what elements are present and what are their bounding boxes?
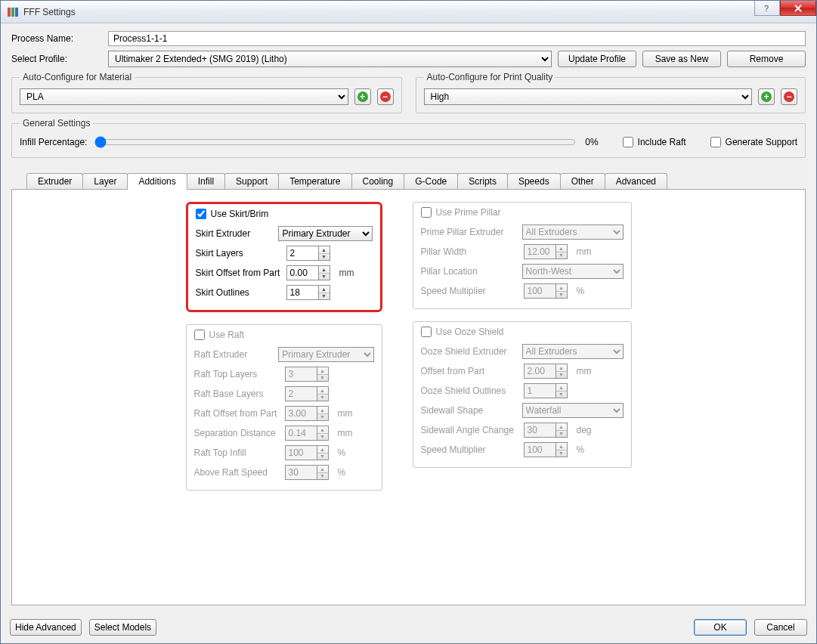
raft-separation-input[interactable] <box>285 426 317 441</box>
autoconf-material-legend: Auto-Configure for Material <box>20 72 135 82</box>
use-ooze-shield-option[interactable]: Use Ooze Shield <box>421 327 624 337</box>
tab-scripts[interactable]: Scripts <box>457 173 508 189</box>
skirt-outlines-stepper[interactable]: ▲▼ <box>318 285 330 300</box>
raft-extruder-select[interactable]: Primary Extruder <box>278 347 373 362</box>
tab-g-code[interactable]: G-Code <box>404 173 458 189</box>
ooze-outlines-input[interactable] <box>524 383 555 398</box>
generate-support-check[interactable] <box>710 137 721 147</box>
ooze-offset-input[interactable] <box>524 364 555 379</box>
quality-add-button[interactable]: + <box>758 88 775 105</box>
dialog-content: Process Name: Select Profile: Ultimaker … <box>1 23 816 613</box>
skirt-offset-stepper[interactable]: ▲▼ <box>318 265 330 280</box>
select-models-button[interactable]: Select Models <box>89 619 156 636</box>
use-ooze-shield-check[interactable] <box>421 327 432 337</box>
material-select[interactable]: PLA <box>20 88 348 105</box>
tab-advanced[interactable]: Advanced <box>605 173 667 189</box>
material-remove-button[interactable]: − <box>377 88 394 105</box>
general-settings-legend: General Settings <box>20 118 93 128</box>
skirt-extruder-label: Skirt Extruder <box>196 228 273 239</box>
app-icon <box>7 6 19 18</box>
autoconf-quality-legend: Auto-Configure for Print Quality <box>424 72 556 82</box>
svg-rect-0 <box>8 8 11 17</box>
update-profile-button[interactable]: Update Profile <box>558 51 636 67</box>
use-skirt-brim-check[interactable] <box>196 209 206 219</box>
raft-group: Use Raft Raft Extruder Primary Extruder … <box>186 324 382 491</box>
prime-pillar-extruder-select[interactable]: All Extruders <box>522 224 624 240</box>
skirt-outlines-input[interactable] <box>286 285 318 300</box>
include-raft-check[interactable] <box>623 137 633 147</box>
help-button[interactable]: ? <box>754 1 780 16</box>
ooze-extruder-select[interactable]: All Extruders <box>522 344 624 359</box>
svg-rect-1 <box>11 8 14 17</box>
raft-base-layers-input[interactable] <box>285 386 317 401</box>
svg-rect-2 <box>15 8 18 17</box>
pillar-location-select[interactable]: North-West <box>522 264 624 279</box>
generate-support-option[interactable]: Generate Support <box>710 137 797 147</box>
svg-text:?: ? <box>764 4 769 13</box>
skirt-layers-input[interactable] <box>286 246 318 261</box>
raft-offset-input[interactable] <box>285 406 317 421</box>
quality-remove-button[interactable]: − <box>781 88 797 105</box>
use-prime-pillar-option[interactable]: Use Prime Pillar <box>421 207 624 218</box>
skirt-offset-label: Skirt Offset from Part <box>196 268 280 278</box>
raft-above-speed-input[interactable] <box>285 465 317 480</box>
raft-top-layers-input[interactable] <box>285 367 317 382</box>
ooze-speed-input[interactable] <box>524 442 555 457</box>
autoconf-quality-group: Auto-Configure for Print Quality High + … <box>416 72 806 113</box>
remove-profile-button[interactable]: Remove <box>727 51 806 67</box>
ok-button[interactable]: OK <box>694 619 747 636</box>
select-profile-label: Select Profile: <box>11 54 102 64</box>
autoconf-material-group: Auto-Configure for Material PLA + − <box>11 72 402 113</box>
tab-other[interactable]: Other <box>560 173 605 189</box>
skirt-extruder-select[interactable]: Primary Extruder <box>278 226 372 241</box>
use-raft-check[interactable] <box>194 330 205 340</box>
close-button[interactable] <box>780 1 816 16</box>
process-name-input[interactable] <box>108 31 806 46</box>
tab-additions[interactable]: Additions <box>127 173 187 190</box>
tab-cooling[interactable]: Cooling <box>351 173 405 189</box>
material-add-button[interactable]: + <box>354 88 371 105</box>
infill-slider[interactable] <box>94 136 576 148</box>
titlebar: FFF Settings ? <box>1 1 816 23</box>
tab-layer[interactable]: Layer <box>82 173 128 189</box>
use-prime-pillar-check[interactable] <box>421 207 432 218</box>
window-title: FFF Settings <box>23 7 754 17</box>
profile-select[interactable]: Ultimaker 2 Extended+ (SMG 2019) (Litho) <box>108 51 552 67</box>
skirt-layers-stepper[interactable]: ▲▼ <box>318 246 330 261</box>
additions-tab-panel: Use Skirt/Brim Skirt Extruder Primary Ex… <box>11 189 806 605</box>
quality-select[interactable]: High <box>424 88 753 105</box>
tab-extruder[interactable]: Extruder <box>26 173 83 189</box>
infill-percent-label: Infill Percentage: <box>20 137 87 147</box>
skirt-layers-label: Skirt Layers <box>196 248 280 259</box>
tab-speeds[interactable]: Speeds <box>507 173 561 189</box>
raft-top-infill-input[interactable] <box>285 445 317 460</box>
ooze-shield-group: Use Ooze Shield Ooze Shield Extruder All… <box>413 321 632 468</box>
cancel-button[interactable]: Cancel <box>754 619 807 636</box>
prime-pillar-group: Use Prime Pillar Prime Pillar Extruder A… <box>413 202 632 309</box>
tab-infill[interactable]: Infill <box>187 173 225 189</box>
pillar-speed-input[interactable] <box>524 283 555 299</box>
fff-settings-window: FFF Settings ? Process Name: Select Prof… <box>0 0 817 644</box>
pillar-width-input[interactable] <box>524 244 555 259</box>
skirt-outlines-label: Skirt Outlines <box>196 287 280 298</box>
ooze-angle-input[interactable] <box>524 423 555 438</box>
tabstrip: ExtruderLayerAdditionsInfillSupportTempe… <box>11 173 806 189</box>
ooze-shape-select[interactable]: Waterfall <box>522 403 624 418</box>
tab-support[interactable]: Support <box>224 173 279 189</box>
use-raft-option[interactable]: Use Raft <box>194 330 374 340</box>
infill-percent-value: 0% <box>585 137 598 147</box>
process-name-label: Process Name: <box>11 33 102 44</box>
bottom-bar: Hide Advanced Select Models OK Cancel <box>1 613 816 643</box>
save-as-new-button[interactable]: Save as New <box>642 51 721 67</box>
use-skirt-brim-option[interactable]: Use Skirt/Brim <box>196 209 373 219</box>
skirt-offset-input[interactable] <box>286 265 318 280</box>
general-settings-group: General Settings Infill Percentage: 0% I… <box>11 118 806 158</box>
tab-temperature[interactable]: Temperature <box>278 173 351 189</box>
settings-tabs: ExtruderLayerAdditionsInfillSupportTempe… <box>11 173 806 605</box>
include-raft-option[interactable]: Include Raft <box>623 137 686 147</box>
hide-advanced-button[interactable]: Hide Advanced <box>10 619 82 636</box>
skirt-brim-group: Use Skirt/Brim Skirt Extruder Primary Ex… <box>186 202 382 312</box>
